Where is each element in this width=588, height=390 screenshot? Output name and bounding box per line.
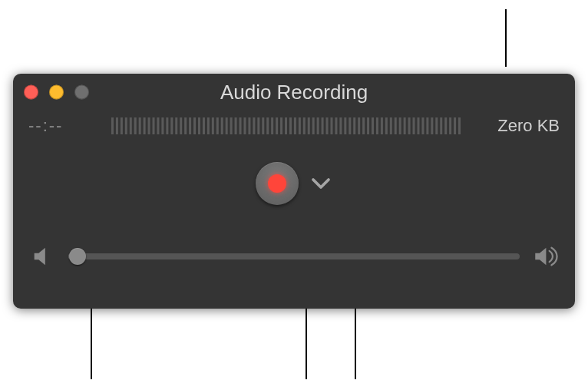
volume-high-icon bbox=[532, 243, 558, 269]
svg-rect-1 bbox=[111, 117, 461, 134]
zoom-button-disabled bbox=[74, 85, 89, 100]
options-menu-button[interactable] bbox=[309, 172, 332, 195]
close-button[interactable] bbox=[24, 85, 38, 100]
audio-recording-window: Audio Recording --:-- Zero KB bbox=[13, 74, 575, 309]
volume-slider-thumb[interactable] bbox=[69, 248, 86, 265]
callout-line-filesize bbox=[505, 9, 507, 67]
volume-row bbox=[13, 226, 575, 287]
window-title: Audio Recording bbox=[220, 81, 368, 104]
minimize-button[interactable] bbox=[49, 85, 64, 100]
status-row: --:-- Zero KB bbox=[13, 111, 575, 141]
file-size: Zero KB bbox=[475, 116, 560, 136]
elapsed-time: --:-- bbox=[28, 116, 97, 136]
controls-row bbox=[13, 141, 575, 226]
audio-level-meter bbox=[111, 117, 461, 134]
window-controls bbox=[24, 85, 89, 100]
volume-low-icon bbox=[30, 243, 56, 269]
figure-canvas: Audio Recording --:-- Zero KB bbox=[0, 0, 588, 390]
record-icon bbox=[268, 174, 286, 193]
volume-slider[interactable] bbox=[68, 253, 520, 259]
chevron-down-icon bbox=[309, 172, 332, 195]
titlebar: Audio Recording bbox=[13, 74, 575, 111]
record-button[interactable] bbox=[256, 162, 299, 205]
